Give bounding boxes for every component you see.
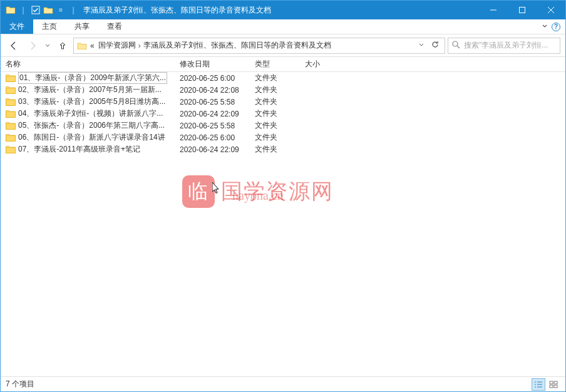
qat-divider2: | [68,5,78,15]
file-type: 文件夹 [250,144,300,155]
tab-view[interactable]: 查看 [98,19,131,34]
svg-rect-15 [550,385,553,388]
file-name: 06、陈国日-（录音）新派八字讲课录音14讲 [18,132,165,143]
back-button[interactable] [6,38,22,54]
recent-dropdown[interactable] [43,38,52,54]
svg-rect-2 [520,8,525,13]
table-row[interactable]: 06、陈国日-（录音）新派八字讲课录音14讲2020-06-25 6:00文件夹 [1,132,565,143]
search-input[interactable]: 搜索"李涵辰及弟子刘恒... [448,38,560,54]
column-size[interactable]: 大小 [300,59,350,70]
breadcrumb-prefix: « [90,41,95,50]
columns-header: 名称 修改日期 类型 大小 [1,57,565,72]
file-type: 文件夹 [250,73,300,83]
file-date: 2020-06-24 22:09 [175,110,250,118]
table-row[interactable]: 03、李涵辰-（录音）2005年5月8日潍坊高...2020-06-25 5:5… [1,96,565,108]
file-date: 2020-06-25 6:00 [175,133,250,142]
window-title: 李涵辰及弟子刘恒、张振杰、陈国日等的录音资料及文档 [83,5,271,16]
watermark: 临 国学资源网 nayona.cn [182,175,334,208]
svg-rect-13 [550,381,553,384]
file-name: 01、李涵辰-（录音）2009年新派八字第六... [18,72,167,84]
file-date: 2020-06-24 22:08 [175,86,250,95]
column-name[interactable]: 名称 [1,59,175,70]
watermark-text: 国学资源网 [221,177,334,206]
breadcrumb-folder-icon [76,40,88,51]
ribbon-expand-icon[interactable] [542,23,548,31]
qat-check-icon[interactable] [31,5,41,15]
file-type: 文件夹 [250,120,300,131]
forward-button[interactable] [24,38,41,54]
navigation-bar: « 国学资源网 › 李涵辰及弟子刘恒、张振杰、陈国日等的录音资料及文档 搜索"李… [1,34,565,57]
file-name: 02、李涵辰-（录音）2007年5月第一届新... [18,85,162,95]
up-button[interactable] [54,38,71,54]
view-details-button[interactable] [532,378,545,391]
table-row[interactable]: 01、李涵辰-（录音）2009年新派八字第六...2020-06-25 6:00… [1,72,565,84]
breadcrumb-item-1[interactable]: 李涵辰及弟子刘恒、张振杰、陈国日等的录音资料及文档 [143,40,331,51]
minimize-button[interactable] [479,1,508,19]
tab-share[interactable]: 共享 [66,19,98,34]
file-name: 04、李涵辰弟子刘恒-（视频）讲新派八字... [18,108,163,119]
file-type: 文件夹 [250,132,300,143]
tab-file[interactable]: 文件 [1,19,33,34]
file-name: 03、李涵辰-（录音）2005年5月8日潍坊高... [18,96,165,107]
svg-point-5 [453,41,458,46]
svg-rect-16 [554,385,557,388]
qat-dropdown-icon[interactable]: = [56,5,66,15]
status-count: 7 个项目 [6,379,34,389]
watermark-stamp: 临 [182,175,215,208]
search-icon [452,41,460,51]
file-list: 01、李涵辰-（录音）2009年新派八字第六...2020-06-25 6:00… [1,72,565,374]
file-name: 05、张振杰-（录音）2006年第三期八字高... [18,120,165,131]
view-icons-button[interactable] [547,378,560,391]
file-type: 文件夹 [250,85,300,95]
close-button[interactable] [537,1,565,19]
file-name: 07、李涵辰-2011年高级班录音+笔记 [18,144,140,155]
column-type[interactable]: 类型 [250,59,300,70]
file-date: 2020-06-25 5:58 [175,121,250,130]
maximize-button[interactable] [508,1,537,19]
file-date: 2020-06-24 22:09 [175,145,250,154]
ribbon-tabs: 文件 主页 共享 查看 ? [1,19,565,34]
svg-line-6 [457,46,460,48]
status-bar: 7 个项目 [1,376,565,391]
breadcrumb-item-0[interactable]: 国学资源网 [98,40,136,51]
cursor-icon [212,182,221,197]
table-row[interactable]: 07、李涵辰-2011年高级班录音+笔记2020-06-24 22:09文件夹 [1,143,565,155]
qat-folder-icon[interactable] [43,5,53,15]
help-icon[interactable]: ? [552,23,560,31]
svg-rect-14 [554,381,557,384]
table-row[interactable]: 02、李涵辰-（录音）2007年5月第一届新...2020-06-24 22:0… [1,84,565,96]
tab-home[interactable]: 主页 [33,19,66,34]
table-row[interactable]: 05、张振杰-（录音）2006年第三期八字高...2020-06-25 5:58… [1,120,565,132]
app-folder-icon [6,5,16,15]
qat-divider: | [18,5,28,15]
file-type: 文件夹 [250,96,300,107]
title-bar: | = | 李涵辰及弟子刘恒、张振杰、陈国日等的录音资料及文档 [1,1,565,19]
file-date: 2020-06-25 5:58 [175,98,250,106]
search-placeholder: 搜索"李涵辰及弟子刘恒... [464,40,548,51]
column-date[interactable]: 修改日期 [175,59,250,70]
refresh-icon[interactable] [431,40,440,51]
table-row[interactable]: 04、李涵辰弟子刘恒-（视频）讲新派八字...2020-06-24 22:09文… [1,108,565,120]
file-date: 2020-06-25 6:00 [175,74,250,83]
file-type: 文件夹 [250,108,300,119]
watermark-sub: nayona.cn [232,188,284,203]
breadcrumb[interactable]: « 国学资源网 › 李涵辰及弟子刘恒、张振杰、陈国日等的录音资料及文档 [73,38,445,54]
breadcrumb-dropdown-icon[interactable] [418,41,424,50]
breadcrumb-sep-icon: › [138,41,141,50]
